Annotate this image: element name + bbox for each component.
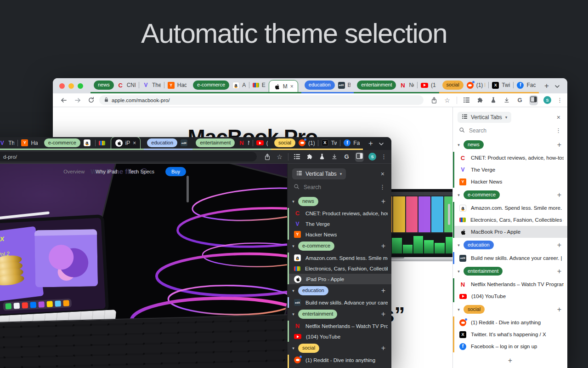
tab-row-ebay[interactable]: Electronics, Cars, Fashion, Collectibles… <box>289 263 391 274</box>
tab-youtube[interactable]: (104) <box>256 140 268 146</box>
tab-amazon[interactable]: aAmaz <box>84 139 92 146</box>
tab-cnet[interactable]: CCNET <box>117 82 136 89</box>
flask-icon[interactable] <box>318 153 326 161</box>
tab-row-edx[interactable]: edXBuild new skills. Advance your career… <box>289 297 391 308</box>
profile-avatar[interactable]: S <box>543 96 551 104</box>
tab-ebay[interactable]: Electr <box>253 82 266 88</box>
collapse-chevron-icon[interactable] <box>456 307 461 312</box>
panel-title-dropdown[interactable]: Vertical Tabs <box>458 112 511 123</box>
panel-search[interactable]: Search <box>459 127 561 134</box>
tab-row-hackernews[interactable]: YHacker News <box>454 176 567 188</box>
profile-avatar[interactable]: S <box>368 153 376 161</box>
add-tab-to-group-icon[interactable] <box>557 141 561 149</box>
bookmark-star-icon[interactable]: ☆ <box>443 96 451 104</box>
group-pill-entertainment[interactable]: entertainment <box>298 310 337 318</box>
page-scrollbar[interactable] <box>448 204 450 225</box>
tab-verge[interactable]: VThe V <box>142 82 161 89</box>
tab-row-ipad-pro-selected[interactable]: iPad Pro - Apple <box>289 274 391 284</box>
tab-row-verge[interactable]: VThe Verge <box>289 218 391 229</box>
browser-menu-icon[interactable] <box>381 153 387 160</box>
download-icon[interactable] <box>503 96 510 104</box>
collapse-chevron-icon[interactable] <box>456 143 461 147</box>
tab-netflix[interactable]: NNetfli <box>399 82 414 89</box>
google-icon[interactable]: G <box>516 96 524 104</box>
tab-row-facebook[interactable]: fFacebook – log in or sign up <box>454 340 567 352</box>
tab-edx[interactable]: edXBuild <box>181 139 189 146</box>
group-pill-ecommerce[interactable]: e-commerce <box>464 190 500 199</box>
extensions-puzzle-icon[interactable] <box>476 96 484 104</box>
tab-row-cnet[interactable]: CCNET: Product reviews, advice, how-tos … <box>454 152 567 164</box>
group-header-entertainment[interactable]: entertainment <box>453 264 567 278</box>
nav-overview-link[interactable]: Overview <box>63 169 85 174</box>
collapse-chevron-icon[interactable] <box>291 312 296 316</box>
collapse-chevron-icon[interactable] <box>456 269 461 274</box>
collapse-chevron-icon[interactable] <box>291 346 296 351</box>
tab-row-reddit[interactable]: (1) Reddit - Dive into anything <box>454 316 567 328</box>
add-tab-to-group-icon[interactable] <box>557 267 561 276</box>
group-pill-education[interactable]: education <box>298 286 328 295</box>
tab-group-pill-education[interactable]: education <box>305 80 335 89</box>
add-tab-to-group-icon[interactable] <box>381 287 385 295</box>
group-header-news[interactable]: news <box>288 195 391 208</box>
add-tab-to-group-icon[interactable] <box>557 305 561 314</box>
tab-group-pill-social[interactable]: social <box>274 138 295 147</box>
close-panel-icon[interactable] <box>557 114 563 121</box>
forward-button[interactable] <box>74 97 81 104</box>
collapse-chevron-icon[interactable] <box>291 199 296 204</box>
tab-amazon[interactable]: aAmaz <box>232 82 246 89</box>
group-header-social[interactable]: social <box>453 302 567 316</box>
add-tab-to-group-icon[interactable] <box>381 344 385 352</box>
tab-row-verge[interactable]: VThe Verge <box>454 164 567 176</box>
nav-why-ipad-link[interactable]: Why iPad <box>96 169 117 174</box>
tab-row-reddit[interactable]: (1) Reddit - Dive into anything <box>289 355 391 365</box>
tab-row-youtube[interactable]: (104) YouTube <box>289 331 391 342</box>
bookmark-star-icon[interactable]: ☆ <box>276 153 283 161</box>
close-tab-icon[interactable] <box>290 83 294 90</box>
tab-group-pill-news[interactable]: news <box>94 80 114 89</box>
tab-search-chevron-icon[interactable] <box>554 82 563 90</box>
tab-row-cnet[interactable]: CCNET: Product reviews, advice, how-tos … <box>289 208 391 218</box>
vertical-tabs-extension-icon[interactable] <box>463 96 470 104</box>
tab-group-pill-entertainment[interactable]: entertainment <box>357 80 396 89</box>
tab-group-pill-ecommerce[interactable]: e-commerce <box>44 138 80 147</box>
tab-row-netflix[interactable]: NNetflix Netherlands – Watch TV Programm… <box>289 321 391 331</box>
panel-menu-icon[interactable] <box>379 184 385 190</box>
close-tab-icon[interactable] <box>133 140 136 146</box>
page-scrollbar[interactable] <box>187 176 189 202</box>
group-header-social[interactable]: social <box>288 342 391 355</box>
group-pill-news[interactable]: news <box>464 140 484 149</box>
group-header-entertainment[interactable]: entertainment <box>288 308 391 321</box>
tab-group-pill-social[interactable]: social <box>442 80 464 89</box>
group-header-education[interactable]: education <box>453 238 567 252</box>
group-header-ecommerce[interactable]: e-commerce <box>453 188 567 202</box>
tab-netflix[interactable]: NNetfli <box>238 139 249 146</box>
tab-active-ipad-pro[interactable]: iP <box>111 137 141 149</box>
tab-youtube[interactable]: (104) <box>421 82 436 88</box>
minimize-window-button[interactable] <box>68 83 74 89</box>
group-pill-entertainment[interactable]: entertainment <box>464 267 503 276</box>
tab-twitter[interactable]: XTwitte <box>322 139 337 146</box>
address-bar[interactable]: d-pro/ <box>0 152 257 161</box>
collapse-chevron-icon[interactable] <box>291 244 296 248</box>
tab-edx[interactable]: edXBuild <box>338 82 351 89</box>
close-window-button[interactable] <box>59 83 65 89</box>
address-bar[interactable]: apple.com/macbook-pro/ <box>99 95 424 105</box>
group-header-education[interactable]: education <box>288 284 391 297</box>
google-icon[interactable]: G <box>343 153 351 161</box>
collapse-chevron-icon[interactable] <box>291 288 296 293</box>
tab-group-pill-ecommerce[interactable]: e-commerce <box>193 80 229 89</box>
group-pill-ecommerce[interactable]: e-commerce <box>298 242 334 250</box>
reload-button[interactable] <box>88 97 95 104</box>
tab-active-macbook-pro[interactable]: M <box>269 80 298 92</box>
share-icon[interactable] <box>263 153 271 161</box>
add-tab-to-group-icon[interactable] <box>381 197 385 206</box>
extensions-puzzle-icon[interactable] <box>305 153 313 161</box>
tab-row-amazon[interactable]: aAmazon.com. Spend less. Smile more. <box>289 253 391 263</box>
tab-row-youtube[interactable]: (104) YouTube <box>454 290 567 302</box>
tab-row-ebay[interactable]: Electronics, Cars, Fashion, Collectibles… <box>454 214 567 226</box>
add-tab-to-group-icon[interactable] <box>381 310 385 318</box>
collapse-chevron-icon[interactable] <box>456 193 461 197</box>
side-panel-toggle[interactable] <box>529 95 538 105</box>
tab-facebook[interactable]: fFaceb <box>344 139 360 146</box>
group-header-news[interactable]: news <box>453 138 567 152</box>
